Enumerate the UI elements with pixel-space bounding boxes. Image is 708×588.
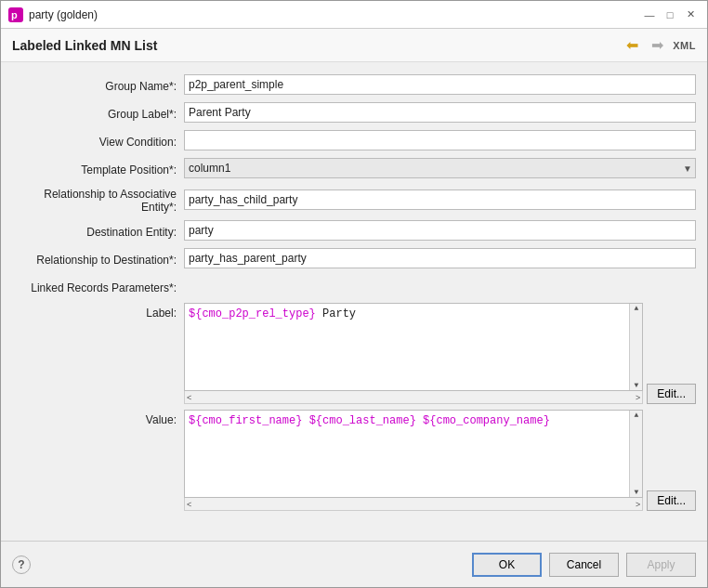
label-hscroll[interactable]: < > [184, 391, 643, 404]
scroll-up-icon: ▲ [634, 305, 638, 312]
apply-button[interactable]: Apply [626, 553, 696, 577]
app-icon: p [8, 7, 23, 22]
label-edit-btn-wrap: Edit... [647, 303, 696, 404]
template-position-field-wrap: column1 column2 ▼ [184, 158, 696, 178]
template-position-label: Template Position*: [12, 161, 184, 176]
value-textarea-main: ${cmo_first_name} ${cmo_last_name} ${cmo… [184, 410, 643, 511]
rel-dest-row: Relationship to Destination*: [12, 247, 696, 269]
dialog-title: Labeled Linked MN List [12, 38, 157, 53]
view-condition-row: View Condition: [12, 129, 696, 151]
scroll-down-icon: ▼ [634, 382, 638, 389]
value-scroll-right-icon: > [636, 500, 640, 509]
value-code-row: Value: ${cmo_first_name} ${cmo_last_name… [12, 410, 696, 511]
cancel-button[interactable]: Cancel [549, 553, 619, 577]
label-textarea-main: ${cmo_p2p_rel_type} Party ▲ ▼ < > [184, 303, 643, 404]
label-code-display: ${cmo_p2p_rel_type} Party ▲ ▼ [184, 303, 643, 391]
value-scroll-up-icon: ▲ [634, 412, 638, 419]
form-content: Group Name*: Group Label*: View Conditio… [1, 62, 707, 541]
group-label-label: Group Label*: [12, 105, 184, 121]
title-bar: p party (golden) — □ ✕ [1, 1, 707, 29]
dest-entity-label: Destination Entity: [12, 223, 184, 239]
ok-button[interactable]: OK [472, 553, 542, 577]
value-edit-btn-wrap: Edit... [647, 410, 696, 511]
label-edit-button[interactable]: Edit... [647, 384, 696, 404]
rel-dest-label: Relationship to Destination*: [12, 251, 184, 267]
back-icon-button[interactable]: ⬅ [623, 34, 642, 56]
main-window: p party (golden) — □ ✕ Labeled Linked MN… [0, 0, 708, 588]
bottom-bar: ? OK Cancel Apply [1, 541, 707, 587]
linked-records-label: Linked Records Parameters*: [12, 279, 184, 294]
value-vscroll[interactable]: ▲ ▼ [629, 411, 642, 497]
label-code-row: Label: ${cmo_p2p_rel_type} Party ▲ ▼ < > [12, 303, 696, 404]
forward-icon-button[interactable]: ➡ [648, 34, 667, 56]
maximize-button[interactable]: □ [661, 6, 679, 24]
dialog-buttons: OK Cancel Apply [472, 553, 696, 577]
value-textarea-outer: ${cmo_first_name} ${cmo_last_name} ${cmo… [184, 410, 696, 511]
scroll-right-icon: > [636, 393, 640, 402]
value-text-1 [302, 414, 308, 427]
view-condition-label: View Condition: [12, 133, 184, 149]
rel-dest-field-wrap [184, 248, 696, 268]
dest-entity-row: Destination Entity: [12, 219, 696, 242]
value-var-1: ${cmo_first_name} [189, 414, 302, 427]
value-hscroll-arrows: < > [187, 500, 640, 509]
template-position-select[interactable]: column1 column2 [184, 158, 696, 178]
group-label-field-wrap [184, 102, 696, 123]
value-var-3: ${cmo_company_name} [423, 414, 550, 427]
view-condition-input[interactable] [184, 130, 696, 150]
rel-assoc-field-wrap [184, 189, 696, 210]
value-scroll-down-icon: ▼ [634, 489, 638, 496]
value-hscroll[interactable]: < > [184, 498, 643, 511]
group-name-row: Group Name*: [12, 73, 696, 96]
group-label-input[interactable] [184, 102, 696, 123]
group-name-field-wrap [184, 74, 696, 95]
group-label-row: Group Label*: [12, 101, 696, 124]
value-var-2: ${cmo_last_name} [309, 414, 416, 427]
minimize-button[interactable]: — [640, 6, 659, 24]
label-var-1: ${cmo_p2p_rel_type} [189, 307, 316, 320]
label-code-content: ${cmo_p2p_rel_type} Party [189, 307, 638, 320]
group-name-label: Group Name*: [12, 77, 184, 93]
value-text-2 [416, 414, 423, 427]
rel-assoc-input[interactable] [184, 189, 696, 210]
help-button[interactable]: ? [12, 555, 31, 574]
template-position-select-wrap: column1 column2 ▼ [184, 158, 696, 178]
toolbar-actions: ⬅ ➡ XML [623, 34, 696, 56]
toolbar: Labeled Linked MN List ⬅ ➡ XML [1, 29, 707, 62]
window-title: party (golden) [29, 8, 640, 21]
value-edit-button[interactable]: Edit... [647, 490, 696, 511]
label-vscroll[interactable]: ▲ ▼ [629, 304, 642, 390]
xml-label: XML [673, 40, 696, 51]
view-condition-field-wrap [184, 130, 696, 150]
label-textarea-outer: ${cmo_p2p_rel_type} Party ▲ ▼ < > [184, 303, 696, 404]
rel-dest-input[interactable] [184, 248, 696, 268]
question-mark-icon: ? [18, 558, 24, 571]
label-hscroll-arrows: < > [187, 393, 640, 402]
rel-assoc-label: Relationship to Associative Entity*: [12, 185, 184, 214]
scroll-left-icon: < [187, 393, 191, 402]
label-field-label: Label: [12, 303, 184, 320]
value-scroll-left-icon: < [187, 500, 191, 509]
label-text-1: Party [316, 307, 356, 320]
value-code-display: ${cmo_first_name} ${cmo_last_name} ${cmo… [184, 410, 643, 498]
linked-records-row: Linked Records Parameters*: [12, 275, 696, 297]
group-name-input[interactable] [184, 74, 696, 95]
dest-entity-field-wrap [184, 220, 696, 241]
dest-entity-input[interactable] [184, 220, 696, 241]
value-code-content: ${cmo_first_name} ${cmo_last_name} ${cmo… [189, 414, 638, 427]
rel-assoc-row: Relationship to Associative Entity*: [12, 185, 696, 214]
svg-text:p: p [11, 9, 18, 20]
close-button[interactable]: ✕ [681, 6, 700, 24]
template-position-row: Template Position*: column1 column2 ▼ [12, 157, 696, 179]
value-field-label: Value: [12, 410, 184, 426]
window-controls: — □ ✕ [640, 6, 700, 24]
